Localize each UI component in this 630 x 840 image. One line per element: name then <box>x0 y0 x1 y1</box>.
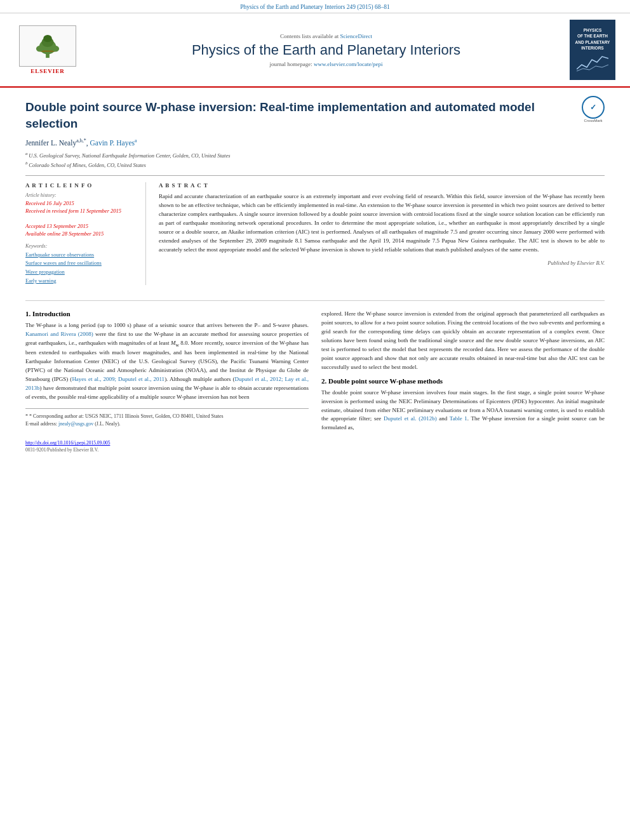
duputel2012b-link[interactable]: Duputel et al. (2012b) <box>384 415 437 422</box>
footnote-email: E-mail address: jnealy@usgs.gov (J.L. Ne… <box>25 420 309 428</box>
svg-point-3 <box>43 34 51 41</box>
crossmark-circle: ✓ <box>582 96 605 119</box>
section-divider <box>25 300 605 301</box>
keywords-section: Keywords: Earthquake source observations… <box>25 243 136 285</box>
doi-link[interactable]: http://dx.doi.org/10.1016/j.pepi.2015.09… <box>25 440 110 446</box>
section1-paragraph1: The W-phase is a long period (up to 1000… <box>25 321 309 402</box>
cover-chart-svg <box>577 53 608 72</box>
article-info-abstract-columns: A R T I C L E I N F O Article history: R… <box>25 175 605 285</box>
citation-text: Physics of the Earth and Planetary Inter… <box>240 4 390 10</box>
article-main: ✓ CrossMark Double point source W-phase … <box>0 88 630 291</box>
table1-link[interactable]: Table 1 <box>450 415 467 422</box>
section2-title: 2. Double point source W-phase methods <box>321 377 605 385</box>
article-title: Double point source W-phase inversion: R… <box>25 99 605 131</box>
section1-title-text: Introduction <box>32 310 70 317</box>
author1-sup: a,b,* <box>76 138 86 143</box>
section2-paragraph1: The double point source W-phase inversio… <box>321 389 605 433</box>
affiliations: a U.S. Geological Survey, National Earth… <box>25 150 605 169</box>
keyword-4[interactable]: Early warning <box>25 277 136 286</box>
body-columns: 1. Introduction The W-phase is a long pe… <box>0 310 630 437</box>
affil-b: Colorado School of Mines, Golden, CO, Un… <box>29 162 146 168</box>
cover-image: PHYSICSOF THE EARTHAND PLANETARYINTERIOR… <box>570 20 615 80</box>
section1-title: 1. Introduction <box>25 310 309 317</box>
email-label: E-mail address: <box>25 421 58 427</box>
section2-title-text: Double point source W-phase methods <box>328 377 443 385</box>
logo-left: ELSEVIER <box>13 25 83 74</box>
issn-line: 0031-9201/Published by Elsevier B.V. <box>0 447 630 458</box>
author1-name: Jennifer L. Nealy <box>25 139 76 147</box>
crossmark-label: CrossMark <box>582 119 605 123</box>
footnote-section: * * Corresponding author at: USGS NEIC, … <box>25 408 309 428</box>
journal-homepage: journal homepage: www.elsevier.com/locat… <box>89 61 563 67</box>
affil-a: U.S. Geological Survey, National Earthqu… <box>29 152 230 159</box>
contents-text: Contents lists available at <box>280 33 340 39</box>
section2-number: 2. <box>321 377 326 385</box>
keywords-label: Keywords: <box>25 243 136 249</box>
authors-line: Jennifer L. Nealya,b,*, Gavin P. Hayesa <box>25 138 605 147</box>
doi-section: http://dx.doi.org/10.1016/j.pepi.2015.09… <box>0 437 630 447</box>
article-info-column: A R T I C L E I N F O Article history: R… <box>25 182 146 285</box>
body-left-column: 1. Introduction The W-phase is a long pe… <box>25 310 309 437</box>
journal-title-center: Contents lists available at ScienceDirec… <box>89 33 563 67</box>
svg-point-6 <box>52 46 59 52</box>
homepage-url[interactable]: www.elsevier.com/locate/pepi <box>314 61 382 67</box>
elsevier-logo-image <box>19 25 76 67</box>
author2-name: Gavin P. Hayes <box>90 139 135 147</box>
author2-sup: a <box>135 138 137 143</box>
sciencedirect-link[interactable]: ScienceDirect <box>340 33 372 39</box>
keyword-3[interactable]: Wave propagation <box>25 268 136 277</box>
journal-header: ELSEVIER Contents lists available at Sci… <box>0 13 630 88</box>
journal-main-title: Physics of the Earth and Planetary Inter… <box>89 42 563 58</box>
abstract-header: A B S T R A C T <box>159 182 605 189</box>
keyword-1[interactable]: Earthquake source observations <box>25 251 136 260</box>
received-date: Received 16 July 2015 Received in revise… <box>25 200 136 237</box>
author2-link[interactable]: Gavin P. Hayesa <box>90 139 137 147</box>
footnote-star: * * Corresponding author at: USGS NEIC, … <box>25 413 309 420</box>
article-info-header: A R T I C L E I N F O <box>25 182 136 189</box>
svg-point-5 <box>36 46 43 52</box>
abstract-column: A B S T R A C T Rapid and accurate chara… <box>159 182 605 285</box>
section1-paragraph2: explored. Here the W-phase source invers… <box>321 310 605 372</box>
journal-cover-right: PHYSICSOF THE EARTHAND PLANETARYINTERIOR… <box>570 20 617 80</box>
email-link[interactable]: jnealy@usgs.gov <box>58 421 93 427</box>
abstract-text: Rapid and accurate characterization of a… <box>159 192 605 255</box>
published-line: Published by Elsevier B.V. <box>159 260 605 266</box>
duputel-link[interactable]: Duputel et al., 2012; Lay et al., 2013b <box>25 376 309 391</box>
history-label: Article history: <box>25 192 136 198</box>
hayes-link[interactable]: Hayes et al., 2009; Duputel et al., 2011 <box>72 376 164 382</box>
crossmark-icon: ✓ <box>590 103 596 112</box>
svg-rect-4 <box>41 50 55 51</box>
section1-number: 1. <box>25 310 30 317</box>
keyword-2[interactable]: Surface waves and free oscillations <box>25 259 136 268</box>
journal-citation-bar: Physics of the Earth and Planetary Inter… <box>0 0 630 13</box>
kanamori-link[interactable]: Kanamori and Rivera (2008) <box>25 331 93 337</box>
contents-line: Contents lists available at ScienceDirec… <box>89 33 563 39</box>
article-title-section: ✓ CrossMark Double point source W-phase … <box>25 99 605 131</box>
elsevier-label: ELSEVIER <box>30 68 65 74</box>
body-right-column: explored. Here the W-phase source invers… <box>321 310 605 437</box>
cover-title-text: PHYSICSOF THE EARTHAND PLANETARYINTERIOR… <box>575 27 610 50</box>
crossmark-badge: ✓ CrossMark <box>582 96 605 123</box>
